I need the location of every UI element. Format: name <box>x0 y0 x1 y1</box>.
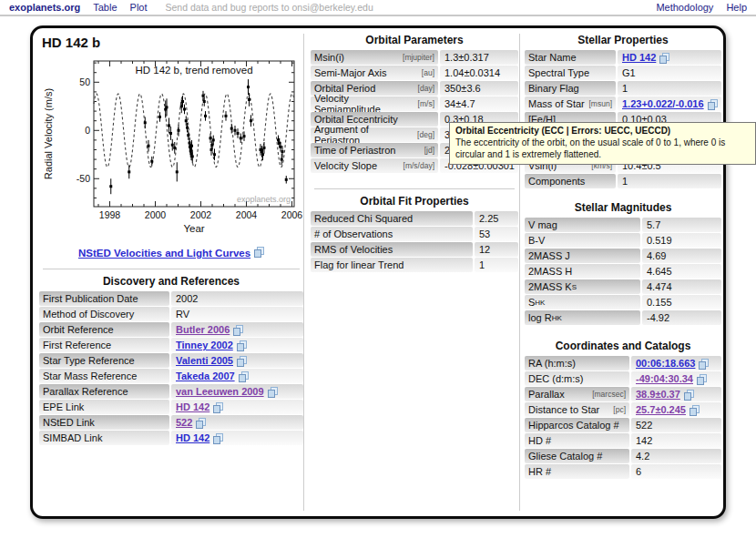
row-value: 1 <box>618 174 721 188</box>
value-link[interactable]: Takeda 2007 <box>176 371 235 381</box>
value-link[interactable]: Butler 2006 <box>176 324 230 335</box>
rv-chart: 19982000200220042006-50050Radial Velocit… <box>39 54 305 238</box>
copy-icon[interactable] <box>254 247 264 257</box>
nav-table-link[interactable]: Table <box>93 2 117 13</box>
row-label: Star Type Reference <box>39 353 169 368</box>
table-row: 2MASS H4.645 <box>525 264 721 279</box>
table-row: log RHK-4.92 <box>525 310 721 325</box>
row-value: HD 142 <box>171 431 303 445</box>
row-value: Takeda 2007 <box>171 369 303 383</box>
row-value: 1.23+0.022/-0.016 <box>618 96 721 111</box>
copy-icon[interactable] <box>213 433 223 443</box>
row-label: SHK <box>525 295 640 310</box>
copy-icon[interactable] <box>239 371 249 381</box>
svg-text:0: 0 <box>85 125 90 136</box>
table-row: Components1 <box>525 174 721 188</box>
row-value: Tinney 2002 <box>171 338 303 352</box>
svg-text:1998: 1998 <box>99 209 121 220</box>
table-row: HR #6 <box>525 464 721 479</box>
copy-icon[interactable] <box>237 356 247 366</box>
row-value: -4.92 <box>642 310 721 325</box>
table-row: Spectral TypeG1 <box>525 66 721 80</box>
table-row: First Publication Date2002 <box>39 291 303 306</box>
value-link[interactable]: 00:06:18.663 <box>636 358 695 369</box>
discovery-table: First Publication Date2002Method of Disc… <box>39 291 303 445</box>
svg-text:2006: 2006 <box>281 209 303 220</box>
value-link[interactable]: 25.7±0.245 <box>636 404 686 415</box>
copy-icon[interactable] <box>213 402 223 412</box>
row-label: 2MASS J <box>525 249 640 263</box>
row-label: HR # <box>525 464 629 479</box>
value-link[interactable]: 522 <box>176 417 192 428</box>
table-row: EPE LinkHD 142 <box>39 400 303 414</box>
row-value: 350±3.6 <box>440 81 518 96</box>
table-row: Orbit ReferenceButler 2006 <box>39 322 303 337</box>
row-label: Binary Flag <box>525 81 616 96</box>
row-label: RA (h:m:s) <box>525 356 629 371</box>
fit-section-title: Orbital Fit Properties <box>311 195 518 208</box>
row-label: V mag <box>525 218 640 232</box>
copy-icon[interactable] <box>690 405 700 415</box>
table-row: Flag for linear Trend1 <box>311 258 518 272</box>
value-link[interactable]: Tinney 2002 <box>176 340 233 350</box>
copy-icon[interactable] <box>237 340 247 350</box>
row-label: Velocity Semiamplitude[m/s] <box>311 96 438 111</box>
row-value: 0.519 <box>642 233 721 248</box>
table-row: Parallax Referencevan Leeuwen 2009 <box>39 384 303 399</box>
row-value: 2002 <box>171 291 303 306</box>
row-value: 522 <box>631 418 721 432</box>
value-link[interactable]: HD 142 <box>622 52 656 63</box>
copy-icon[interactable] <box>659 53 669 63</box>
row-label: Velocity Slope[m/s/day] <box>311 158 438 173</box>
copy-icon[interactable] <box>196 418 206 428</box>
stellar-section-title: Stellar Properties <box>525 34 721 46</box>
copy-icon[interactable] <box>697 374 707 384</box>
value-link[interactable]: -49:04:30.34 <box>636 373 693 384</box>
unit-label: [m/s/day] <box>404 161 438 170</box>
table-row: Reduced Chi Squared2.25 <box>311 211 518 226</box>
value-link[interactable]: HD 142 <box>176 401 209 412</box>
row-value: 6 <box>631 464 721 479</box>
row-label: NStED Link <box>39 415 169 430</box>
row-value: van Leeuwen 2009 <box>171 384 303 399</box>
copy-icon[interactable] <box>233 325 243 335</box>
copy-icon[interactable] <box>708 99 718 109</box>
value-link[interactable]: Valenti 2005 <box>176 355 233 366</box>
row-value: 2.25 <box>475 211 518 226</box>
row-label: Parallax Reference <box>39 384 169 399</box>
table-row: Star Mass ReferenceTakeda 2007 <box>39 369 303 383</box>
svg-text:2000: 2000 <box>145 209 167 220</box>
value-link[interactable]: 1.23+0.022/-0.016 <box>622 98 704 109</box>
table-row: SIMBAD LinkHD 142 <box>39 431 303 445</box>
nav-methodology-link[interactable]: Methodology <box>656 2 713 13</box>
copy-icon[interactable] <box>268 387 278 397</box>
row-value: 12 <box>475 242 518 257</box>
bug-report-note: Send data and bug reports to onsi@berkel… <box>166 2 373 13</box>
table-row: 2MASS J4.69 <box>525 249 721 263</box>
row-label: Time of Periastron[jd] <box>311 143 438 157</box>
table-row: Semi-Major Axis[au]1.04±0.0314 <box>311 66 518 80</box>
row-label: Parallax[marcsec] <box>525 387 629 401</box>
nsted-velocities-link[interactable]: NStED Velocities and Light Curves <box>78 248 250 259</box>
column-divider <box>519 34 520 511</box>
brand-link[interactable]: exoplanets.org <box>9 2 80 13</box>
nav-plot-link[interactable]: Plot <box>130 2 148 13</box>
table-row: Binary Flag1 <box>525 81 721 96</box>
value-link[interactable]: HD 142 <box>176 432 209 443</box>
row-value: HD 142 <box>171 400 303 414</box>
value-link[interactable]: 38.9±0.37 <box>636 389 680 400</box>
table-row: Hipparcos Catalog #522 <box>525 418 721 432</box>
row-value: 4.2 <box>631 449 721 463</box>
nav-help-link[interactable]: Help <box>726 2 747 13</box>
row-value: 1 <box>475 258 518 272</box>
copy-icon[interactable] <box>684 390 694 400</box>
table-row: Distance to Star[pc]25.7±0.245 <box>525 402 721 417</box>
row-value: RV <box>171 307 303 321</box>
value-link[interactable]: van Leeuwen 2009 <box>176 386 264 397</box>
orbital-section-title: Orbital Parameters <box>311 34 518 46</box>
row-label: 2MASS H <box>525 264 640 279</box>
copy-icon[interactable] <box>699 359 709 369</box>
row-label: Hipparcos Catalog # <box>525 418 629 432</box>
row-value: G1 <box>618 66 721 80</box>
row-value: 38.9±0.37 <box>631 387 721 401</box>
